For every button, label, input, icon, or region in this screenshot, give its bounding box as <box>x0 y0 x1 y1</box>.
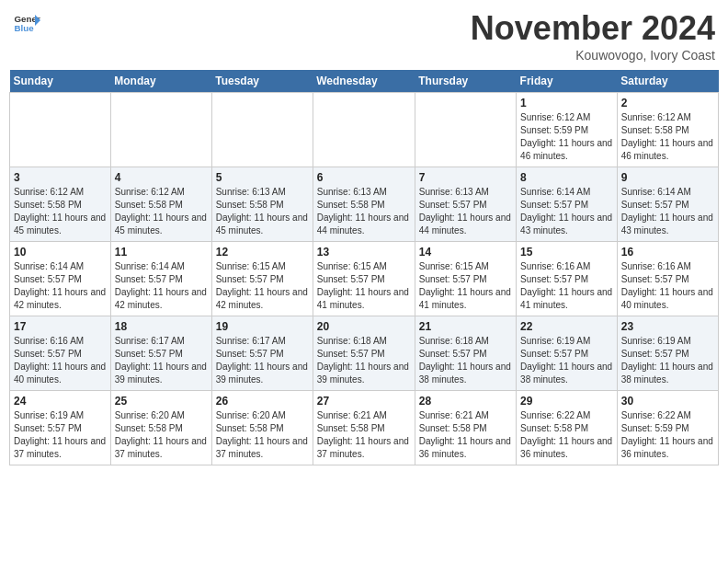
calendar-cell: 11Sunrise: 6:14 AMSunset: 5:57 PMDayligh… <box>110 242 211 316</box>
logo-icon: General Blue <box>13 9 40 37</box>
day-number: 16 <box>621 246 714 259</box>
calendar-cell: 19Sunrise: 6:17 AMSunset: 5:57 PMDayligh… <box>211 316 313 391</box>
calendar-cell: 1Sunrise: 6:12 AMSunset: 5:59 PMDaylight… <box>517 93 618 167</box>
day-info: Sunrise: 6:13 AMSunset: 5:57 PMDaylight:… <box>419 186 512 237</box>
day-info: Sunrise: 6:21 AMSunset: 5:58 PMDaylight:… <box>419 409 512 461</box>
day-info: Sunrise: 6:12 AMSunset: 5:58 PMDaylight:… <box>14 186 107 237</box>
day-info: Sunrise: 6:18 AMSunset: 5:57 PMDaylight:… <box>419 335 512 386</box>
day-info: Sunrise: 6:15 AMSunset: 5:57 PMDaylight:… <box>317 260 411 312</box>
day-number: 5 <box>216 171 309 184</box>
day-number: 19 <box>216 320 309 333</box>
day-number: 7 <box>419 171 512 184</box>
calendar-cell <box>110 93 211 167</box>
day-number: 6 <box>317 171 411 184</box>
day-number: 18 <box>115 320 208 333</box>
logo: General Blue <box>13 9 40 37</box>
day-info: Sunrise: 6:22 AMSunset: 5:59 PMDaylight:… <box>621 409 714 461</box>
day-number: 26 <box>216 395 309 408</box>
calendar-cell: 6Sunrise: 6:13 AMSunset: 5:58 PMDaylight… <box>313 167 415 242</box>
day-number: 13 <box>317 246 411 259</box>
day-info: Sunrise: 6:20 AMSunset: 5:58 PMDaylight:… <box>216 409 309 461</box>
day-info: Sunrise: 6:14 AMSunset: 5:57 PMDaylight:… <box>520 186 613 237</box>
month-title: November 2024 <box>471 9 715 48</box>
calendar-cell: 7Sunrise: 6:13 AMSunset: 5:57 PMDaylight… <box>415 167 516 242</box>
day-number: 22 <box>520 320 613 333</box>
day-info: Sunrise: 6:14 AMSunset: 5:57 PMDaylight:… <box>115 260 208 312</box>
day-number: 4 <box>115 171 208 184</box>
day-number: 29 <box>520 395 613 408</box>
calendar-cell: 17Sunrise: 6:16 AMSunset: 5:57 PMDayligh… <box>10 316 111 391</box>
calendar-cell: 25Sunrise: 6:20 AMSunset: 5:58 PMDayligh… <box>110 391 211 465</box>
day-number: 24 <box>14 395 107 408</box>
day-number: 17 <box>14 320 107 333</box>
day-info: Sunrise: 6:12 AMSunset: 5:58 PMDaylight:… <box>115 186 208 237</box>
calendar-cell: 30Sunrise: 6:22 AMSunset: 5:59 PMDayligh… <box>617 391 718 465</box>
weekday-header-sunday: Sunday <box>10 70 111 93</box>
day-info: Sunrise: 6:19 AMSunset: 5:57 PMDaylight:… <box>520 335 613 386</box>
day-number: 23 <box>621 320 714 333</box>
week-row-5: 24Sunrise: 6:19 AMSunset: 5:57 PMDayligh… <box>10 391 719 465</box>
calendar-cell: 15Sunrise: 6:16 AMSunset: 5:57 PMDayligh… <box>517 242 618 316</box>
calendar-cell: 2Sunrise: 6:12 AMSunset: 5:58 PMDaylight… <box>617 93 718 167</box>
day-number: 11 <box>115 246 208 259</box>
day-info: Sunrise: 6:14 AMSunset: 5:57 PMDaylight:… <box>14 260 107 312</box>
calendar-cell: 4Sunrise: 6:12 AMSunset: 5:58 PMDaylight… <box>110 167 211 242</box>
calendar-cell: 26Sunrise: 6:20 AMSunset: 5:58 PMDayligh… <box>211 391 313 465</box>
day-info: Sunrise: 6:15 AMSunset: 5:57 PMDaylight:… <box>216 260 309 312</box>
calendar-cell: 29Sunrise: 6:22 AMSunset: 5:58 PMDayligh… <box>517 391 618 465</box>
title-area: November 2024 Kouwovogo, Ivory Coast <box>471 9 715 63</box>
day-number: 27 <box>317 395 411 408</box>
day-number: 28 <box>419 395 512 408</box>
calendar-cell <box>415 93 516 167</box>
day-info: Sunrise: 6:13 AMSunset: 5:58 PMDaylight:… <box>216 186 309 237</box>
calendar-cell <box>313 93 415 167</box>
calendar-cell: 27Sunrise: 6:21 AMSunset: 5:58 PMDayligh… <box>313 391 415 465</box>
calendar-cell: 13Sunrise: 6:15 AMSunset: 5:57 PMDayligh… <box>313 242 415 316</box>
day-info: Sunrise: 6:22 AMSunset: 5:58 PMDaylight:… <box>520 409 613 461</box>
day-info: Sunrise: 6:16 AMSunset: 5:57 PMDaylight:… <box>14 335 107 386</box>
day-info: Sunrise: 6:12 AMSunset: 5:58 PMDaylight:… <box>621 111 714 163</box>
day-number: 14 <box>419 246 512 259</box>
day-info: Sunrise: 6:19 AMSunset: 5:57 PMDaylight:… <box>621 335 714 386</box>
day-number: 12 <box>216 246 309 259</box>
day-number: 30 <box>621 395 714 408</box>
calendar-table: SundayMondayTuesdayWednesdayThursdayFrid… <box>9 70 719 465</box>
day-info: Sunrise: 6:21 AMSunset: 5:58 PMDaylight:… <box>317 409 411 461</box>
calendar-cell: 5Sunrise: 6:13 AMSunset: 5:58 PMDaylight… <box>211 167 313 242</box>
calendar-cell: 22Sunrise: 6:19 AMSunset: 5:57 PMDayligh… <box>517 316 618 391</box>
calendar-cell: 3Sunrise: 6:12 AMSunset: 5:58 PMDaylight… <box>10 167 111 242</box>
svg-text:Blue: Blue <box>15 23 35 33</box>
day-info: Sunrise: 6:16 AMSunset: 5:57 PMDaylight:… <box>621 260 714 312</box>
day-info: Sunrise: 6:17 AMSunset: 5:57 PMDaylight:… <box>216 335 309 386</box>
day-info: Sunrise: 6:19 AMSunset: 5:57 PMDaylight:… <box>14 409 107 461</box>
calendar-cell: 8Sunrise: 6:14 AMSunset: 5:57 PMDaylight… <box>517 167 618 242</box>
day-info: Sunrise: 6:15 AMSunset: 5:57 PMDaylight:… <box>419 260 512 312</box>
day-info: Sunrise: 6:18 AMSunset: 5:57 PMDaylight:… <box>317 335 411 386</box>
calendar-cell: 28Sunrise: 6:21 AMSunset: 5:58 PMDayligh… <box>415 391 516 465</box>
day-number: 20 <box>317 320 411 333</box>
calendar-cell: 20Sunrise: 6:18 AMSunset: 5:57 PMDayligh… <box>313 316 415 391</box>
calendar-cell: 12Sunrise: 6:15 AMSunset: 5:57 PMDayligh… <box>211 242 313 316</box>
day-info: Sunrise: 6:16 AMSunset: 5:57 PMDaylight:… <box>520 260 613 312</box>
day-number: 21 <box>419 320 512 333</box>
day-info: Sunrise: 6:17 AMSunset: 5:57 PMDaylight:… <box>115 335 208 386</box>
calendar-cell: 18Sunrise: 6:17 AMSunset: 5:57 PMDayligh… <box>110 316 211 391</box>
day-number: 1 <box>520 97 613 109</box>
calendar-cell <box>10 93 111 167</box>
day-number: 10 <box>14 246 107 259</box>
calendar-cell: 21Sunrise: 6:18 AMSunset: 5:57 PMDayligh… <box>415 316 516 391</box>
calendar-cell: 14Sunrise: 6:15 AMSunset: 5:57 PMDayligh… <box>415 242 516 316</box>
calendar-cell <box>211 93 313 167</box>
day-number: 15 <box>520 246 613 259</box>
weekday-header-saturday: Saturday <box>617 70 718 93</box>
week-row-4: 17Sunrise: 6:16 AMSunset: 5:57 PMDayligh… <box>10 316 719 391</box>
calendar-cell: 9Sunrise: 6:14 AMSunset: 5:57 PMDaylight… <box>617 167 718 242</box>
calendar-cell: 24Sunrise: 6:19 AMSunset: 5:57 PMDayligh… <box>10 391 111 465</box>
week-row-1: 1Sunrise: 6:12 AMSunset: 5:59 PMDaylight… <box>10 93 719 167</box>
day-info: Sunrise: 6:20 AMSunset: 5:58 PMDaylight:… <box>115 409 208 461</box>
location-subtitle: Kouwovogo, Ivory Coast <box>471 48 715 63</box>
calendar-cell: 23Sunrise: 6:19 AMSunset: 5:57 PMDayligh… <box>617 316 718 391</box>
week-row-2: 3Sunrise: 6:12 AMSunset: 5:58 PMDaylight… <box>10 167 719 242</box>
day-number: 9 <box>621 171 714 184</box>
day-number: 3 <box>14 171 107 184</box>
